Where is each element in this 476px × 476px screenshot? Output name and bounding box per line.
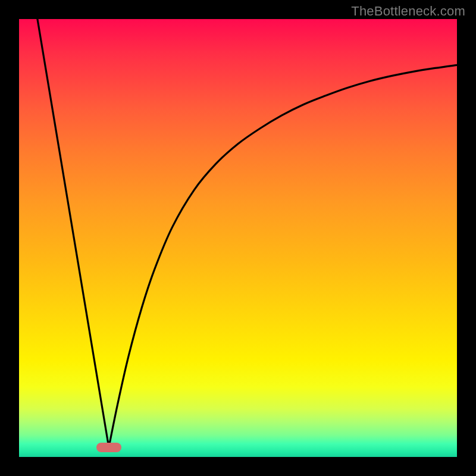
left-line-path xyxy=(37,19,109,447)
curve-layer xyxy=(19,19,457,457)
watermark-text: TheBottleneck.com xyxy=(351,4,465,19)
min-marker xyxy=(96,443,121,452)
right-curve-path xyxy=(109,65,457,447)
chart-frame: TheBottleneck.com xyxy=(0,0,476,476)
plot-area xyxy=(19,19,457,457)
